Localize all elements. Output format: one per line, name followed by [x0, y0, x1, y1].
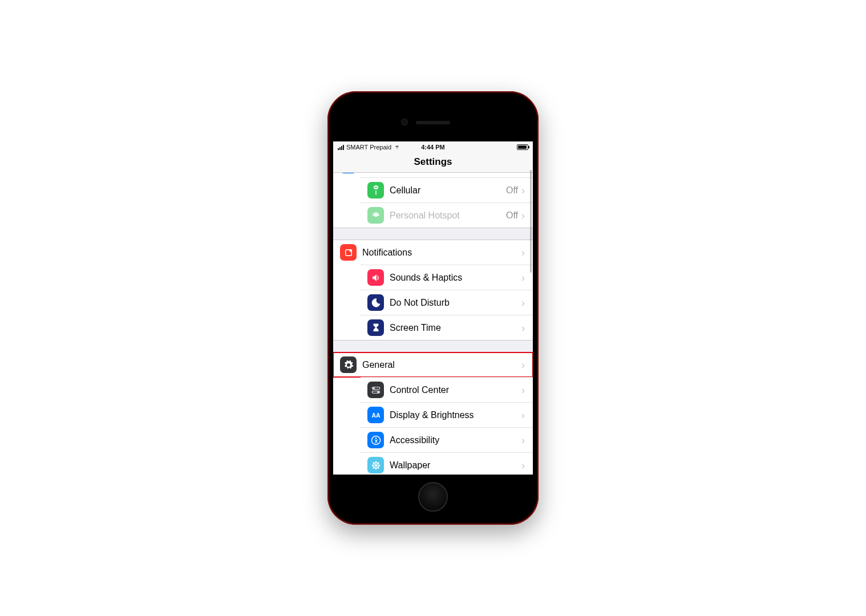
status-time: 4:44 PM: [421, 144, 445, 151]
signal-icon: [338, 145, 344, 150]
row-label: Sounds & Haptics: [390, 273, 521, 283]
accessibility-icon: [367, 432, 384, 448]
phone-frame: SMART Prepaid 4:44 PM Settings Bluetooth…: [327, 91, 539, 525]
chevron-right-icon: ›: [521, 248, 525, 258]
svg-point-2: [349, 249, 352, 252]
row-label: Notifications: [362, 248, 521, 258]
settings-row-sounds[interactable]: Sounds & Haptics›: [361, 265, 533, 290]
settings-list[interactable]: BluetoothOn›CellularOff›Personal Hotspot…: [333, 173, 533, 475]
settings-row-display[interactable]: AADisplay & Brightness›: [361, 402, 533, 427]
home-button[interactable]: [418, 482, 448, 512]
settings-row-accessibility[interactable]: Accessibility›: [361, 427, 533, 452]
settings-row-screentime[interactable]: Screen Time›: [361, 315, 533, 340]
chevron-right-icon: ›: [521, 323, 525, 333]
row-value: Off: [506, 185, 518, 196]
front-camera: [402, 119, 407, 125]
speaker-grill: [416, 121, 450, 124]
svg-point-4: [373, 387, 374, 389]
chevron-right-icon: ›: [521, 298, 525, 308]
svg-point-12: [375, 467, 377, 470]
moon-icon: [367, 294, 384, 311]
settings-row-wallpaper[interactable]: Wallpaper›: [361, 452, 533, 475]
row-label: General: [362, 360, 521, 370]
settings-row-general[interactable]: General›: [333, 352, 533, 377]
vertical-scrollbar[interactable]: [530, 170, 532, 273]
wifi-icon: [394, 144, 400, 151]
svg-point-18: [377, 466, 379, 469]
chevron-right-icon: ›: [521, 460, 525, 471]
aa-icon: AA: [367, 407, 384, 423]
svg-point-9: [375, 437, 377, 439]
notifications-icon: [340, 244, 357, 261]
chevron-right-icon: ›: [521, 210, 525, 221]
cellular-icon: [367, 182, 384, 198]
svg-point-17: [372, 466, 375, 469]
row-label: Wallpaper: [390, 460, 521, 471]
settings-row-cellular[interactable]: CellularOff›: [361, 177, 533, 202]
switches-icon: [367, 382, 384, 398]
top-bezel: [333, 97, 533, 141]
screen: SMART Prepaid 4:44 PM Settings Bluetooth…: [333, 141, 533, 475]
page-title: Settings: [333, 153, 533, 173]
row-label: Personal Hotspot: [390, 210, 506, 221]
chevron-right-icon: ›: [521, 273, 525, 283]
svg-point-0: [374, 214, 377, 217]
row-label: Display & Brightness: [390, 410, 521, 420]
bottom-bezel: [333, 475, 533, 519]
flower-icon: [367, 457, 384, 473]
settings-group-alerts: Notifications›Sounds & Haptics›Do Not Di…: [333, 240, 533, 341]
svg-point-14: [378, 464, 381, 466]
settings-group-system: General›Control Center›AADisplay & Brigh…: [333, 352, 533, 475]
svg-text:AA: AA: [371, 411, 381, 418]
hourglass-icon: [367, 319, 384, 336]
row-label: Accessibility: [390, 435, 521, 445]
row-label: Control Center: [390, 385, 521, 395]
row-label: Do Not Disturb: [390, 298, 521, 308]
settings-row-dnd[interactable]: Do Not Disturb›: [361, 290, 533, 315]
chevron-right-icon: ›: [521, 185, 525, 196]
settings-group-connectivity: BluetoothOn›CellularOff›Personal Hotspot…: [333, 173, 533, 228]
settings-row-notifications[interactable]: Notifications›: [333, 240, 533, 265]
settings-row-controlcenter[interactable]: Control Center›: [361, 377, 533, 402]
svg-point-10: [374, 464, 377, 467]
svg-point-13: [371, 464, 374, 466]
chevron-right-icon: ›: [521, 360, 525, 370]
settings-row-hotspot[interactable]: Personal HotspotOff›: [361, 202, 533, 228]
row-label: Cellular: [390, 185, 506, 196]
bluetooth-icon: [340, 173, 357, 173]
svg-point-15: [372, 461, 375, 464]
svg-point-6: [377, 391, 379, 392]
hotspot-icon: [367, 207, 384, 224]
status-bar: SMART Prepaid 4:44 PM: [333, 141, 533, 153]
battery-icon: [517, 144, 528, 150]
phone-inner: SMART Prepaid 4:44 PM Settings Bluetooth…: [333, 97, 533, 519]
carrier-label: SMART Prepaid: [346, 144, 391, 151]
chevron-right-icon: ›: [521, 410, 525, 420]
status-left: SMART Prepaid: [338, 144, 400, 151]
settings-row-bluetooth[interactable]: BluetoothOn›: [333, 173, 533, 177]
svg-point-16: [377, 461, 379, 464]
svg-point-11: [375, 461, 377, 464]
gear-icon: [340, 356, 357, 373]
chevron-right-icon: ›: [521, 385, 525, 395]
sounds-icon: [367, 269, 384, 286]
chevron-right-icon: ›: [521, 435, 525, 445]
row-label: Screen Time: [390, 323, 521, 333]
row-value: Off: [506, 210, 518, 221]
